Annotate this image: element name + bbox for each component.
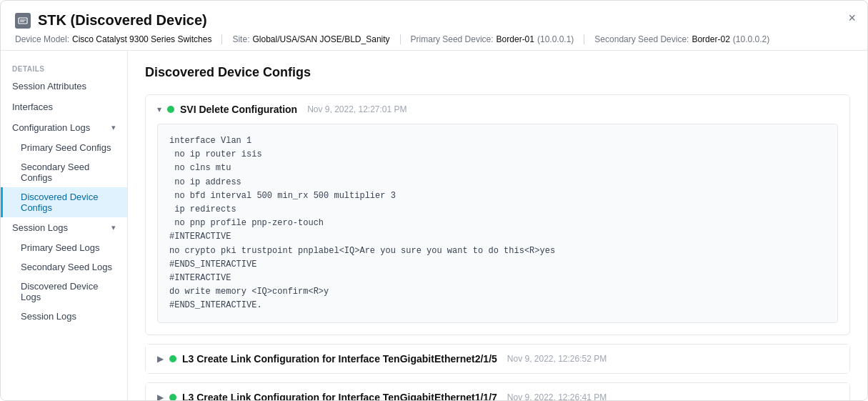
chevron-down-icon-2: ▾ (111, 223, 116, 232)
device-model-meta: Device Model: Cisco Catalyst 9300 Series… (15, 34, 222, 44)
sidebar-sub-label-discovered-device-configs: Discovered Device Configs (21, 192, 98, 213)
sidebar-item-label-interfaces: Interfaces (12, 102, 53, 112)
sidebar-sub-label-primary-seed-logs: Primary Seed Logs (21, 242, 100, 253)
sidebar-item-session-logs-sub[interactable]: Session Logs (1, 307, 127, 326)
secondary-seed-name: Border-02 (692, 34, 729, 44)
page-title: Discovered Device Configs (145, 65, 850, 80)
code-block-svi: interface Vlan 1 no ip router isis no cl… (157, 124, 838, 323)
primary-seed-meta: Primary Seed Device: Border-01 (10.0.0.1… (411, 34, 585, 44)
modal-container: STK (Discovered Device) × Device Model: … (0, 0, 868, 401)
config-timestamp-l3-1: Nov 9, 2022, 12:26:52 PM (507, 354, 607, 364)
primary-seed-ip: (10.0.0.1) (537, 34, 574, 44)
status-dot-l3-2 (169, 394, 176, 400)
config-body-svi: interface Vlan 1 no ip router isis no cl… (146, 124, 849, 335)
sidebar-sub-label-session-logs: Session Logs (21, 311, 76, 322)
config-name-svi: SVI Delete Configuration (180, 104, 297, 115)
sidebar: DETAILS Session Attributes Interfaces Co… (1, 51, 128, 400)
modal-header: STK (Discovered Device) × Device Model: … (1, 1, 867, 51)
chevron-right-icon-l3-2: ▶ (157, 392, 164, 400)
status-dot-svi (167, 106, 174, 113)
secondary-seed-ip: (10.0.0.2) (733, 34, 769, 44)
status-dot-l3-1 (169, 355, 176, 362)
sidebar-sub-label-primary-seed-configs: Primary Seed Configs (21, 142, 111, 153)
modal-body: DETAILS Session Attributes Interfaces Co… (1, 51, 867, 400)
sidebar-group-session-logs[interactable]: Session Logs ▾ (1, 217, 127, 238)
sidebar-item-interfaces[interactable]: Interfaces (1, 96, 127, 117)
site-value: Global/USA/SAN JOSE/BLD_Sanity (252, 34, 389, 44)
config-timestamp-l3-2: Nov 9, 2022, 12:26:41 PM (507, 392, 607, 400)
secondary-seed-label: Secondary Seed Device: (594, 34, 689, 44)
model-label: Device Model: (15, 34, 69, 44)
primary-seed-name: Border-01 (497, 34, 534, 44)
secondary-seed-meta: Secondary Seed Device: Border-02 (10.0.0… (594, 34, 779, 44)
config-item-header-l3-link-2[interactable]: ▶ L3 Create Link Configuration for Inter… (146, 383, 849, 400)
config-item-svi-delete: ▾ SVI Delete Configuration Nov 9, 2022, … (145, 94, 850, 335)
sidebar-group-label-configuration-logs: Configuration Logs (12, 122, 90, 133)
config-item-header-svi-delete[interactable]: ▾ SVI Delete Configuration Nov 9, 2022, … (146, 95, 849, 124)
sidebar-item-label-session-attributes: Session Attributes (12, 81, 86, 91)
site-label: Site: (232, 34, 249, 44)
site-meta: Site: Global/USA/SAN JOSE/BLD_Sanity (232, 34, 400, 44)
sidebar-item-primary-seed-logs[interactable]: Primary Seed Logs (1, 238, 127, 257)
main-content: Discovered Device Configs ▾ SVI Delete C… (128, 51, 867, 400)
sidebar-item-primary-seed-configs[interactable]: Primary Seed Configs (1, 138, 127, 157)
sidebar-group-label-session-logs: Session Logs (12, 222, 68, 233)
config-timestamp-svi: Nov 9, 2022, 12:27:01 PM (307, 104, 406, 114)
chevron-right-icon-l3-1: ▶ (157, 354, 164, 364)
device-icon (15, 13, 31, 29)
sidebar-sub-label-secondary-seed-configs: Secondary Seed Configs (21, 162, 89, 183)
sidebar-item-discovered-device-configs[interactable]: Discovered Device Configs (1, 187, 127, 217)
config-name-l3-1: L3 Create Link Configuration for Interfa… (182, 353, 497, 365)
model-value: Cisco Catalyst 9300 Series Switches (72, 34, 211, 44)
primary-seed-label: Primary Seed Device: (411, 34, 494, 44)
sidebar-item-discovered-device-logs[interactable]: Discovered Device Logs (1, 277, 127, 307)
sidebar-sub-label-secondary-seed-logs: Secondary Seed Logs (21, 262, 112, 272)
config-name-l3-2: L3 Create Link Configuration for Interfa… (182, 392, 497, 400)
chevron-down-icon: ▾ (111, 123, 116, 132)
modal-title: STK (Discovered Device) (38, 12, 207, 29)
sidebar-group-configuration-logs[interactable]: Configuration Logs ▾ (1, 117, 127, 138)
config-item-header-l3-link-1[interactable]: ▶ L3 Create Link Configuration for Inter… (146, 345, 849, 373)
sidebar-item-secondary-seed-configs[interactable]: Secondary Seed Configs (1, 157, 127, 187)
sidebar-item-secondary-seed-logs[interactable]: Secondary Seed Logs (1, 257, 127, 277)
sidebar-sub-label-discovered-device-logs: Discovered Device Logs (21, 281, 98, 302)
config-item-l3-link-1: ▶ L3 Create Link Configuration for Inter… (145, 344, 850, 374)
chevron-down-icon-svi: ▾ (157, 104, 161, 114)
title-row: STK (Discovered Device) × (15, 12, 853, 29)
sidebar-item-session-attributes[interactable]: Session Attributes (1, 76, 127, 96)
sidebar-section-details: DETAILS (1, 59, 127, 76)
config-item-l3-link-2: ▶ L3 Create Link Configuration for Inter… (145, 382, 850, 400)
svg-rect-0 (19, 18, 27, 24)
close-button[interactable]: × (848, 11, 856, 26)
modal-meta: Device Model: Cisco Catalyst 9300 Series… (15, 34, 853, 44)
